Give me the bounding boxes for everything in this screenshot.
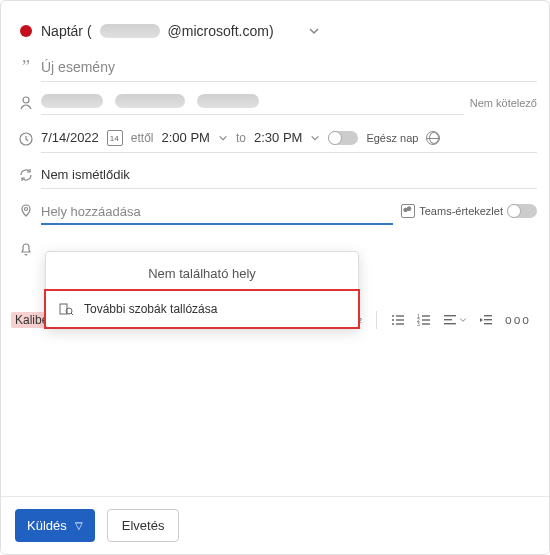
dialog-footer: Küldés ▽ Elvetés <box>1 496 549 554</box>
quote-icon: ” <box>11 57 41 78</box>
attendee-pill <box>41 94 103 108</box>
event-title-input[interactable] <box>41 53 537 82</box>
svg-point-9 <box>392 323 394 325</box>
location-row: Hely hozzáadása Teams-értekezlet <box>11 193 537 229</box>
svg-rect-22 <box>484 323 492 324</box>
location-suggestions-dropdown: Nem található hely További szobák tallóz… <box>45 251 359 328</box>
recurrence-label: Nem ismétlődik <box>41 167 130 182</box>
optional-attendees-link[interactable]: Nem kötelező <box>470 97 537 109</box>
more-formatting-button[interactable]: ooo <box>505 313 531 327</box>
location-input[interactable]: Hely hozzáadása <box>41 198 393 225</box>
chevron-down-icon <box>308 25 320 37</box>
location-placeholder: Hely hozzáadása <box>41 204 141 219</box>
repeat-icon <box>11 167 41 183</box>
attendee-input[interactable] <box>41 92 464 115</box>
svg-rect-16 <box>422 323 430 324</box>
teams-meeting-toggle[interactable] <box>507 204 537 218</box>
svg-rect-10 <box>396 323 404 324</box>
datetime-row: 7/14/2022 ettől 2:00 PM to 2:30 PM Egész… <box>11 121 537 157</box>
no-location-found-msg: Nem található hely <box>46 252 358 291</box>
calendar-prefix: Naptár ( <box>41 23 92 39</box>
svg-rect-19 <box>444 323 456 324</box>
svg-rect-6 <box>396 315 404 316</box>
align-button[interactable] <box>443 313 467 327</box>
discard-button[interactable]: Elvetés <box>107 509 180 542</box>
send-button[interactable]: Küldés ▽ <box>15 509 95 542</box>
attendee-pill <box>197 94 259 108</box>
discard-button-label: Elvetés <box>122 518 165 533</box>
svg-rect-20 <box>484 315 492 316</box>
attendees-row: Nem kötelező <box>11 85 537 121</box>
calendar-selector-row: Naptár ( @microsoft.com) <box>11 13 537 49</box>
chevron-down-icon: ▽ <box>75 520 83 531</box>
calendar-color-dot <box>20 25 32 37</box>
date-value[interactable]: 7/14/2022 <box>41 130 99 145</box>
teams-meeting-label: Teams-értekezlet <box>419 205 503 217</box>
location-icon <box>11 203 41 219</box>
clock-icon <box>11 131 41 147</box>
title-row: ” <box>11 49 537 85</box>
numbered-list-button[interactable]: 123 <box>417 313 431 327</box>
to-label: to <box>236 131 246 145</box>
end-time[interactable]: 2:30 PM <box>254 130 302 145</box>
teams-icon <box>401 204 415 218</box>
start-time[interactable]: 2:00 PM <box>162 130 210 145</box>
svg-rect-21 <box>484 319 492 320</box>
svg-point-2 <box>25 208 28 211</box>
timezone-icon[interactable] <box>426 131 440 145</box>
outdent-button[interactable] <box>479 313 493 327</box>
svg-point-5 <box>392 315 394 317</box>
browse-more-rooms-label: További szobák tallózása <box>84 302 217 316</box>
recurrence-row: Nem ismétlődik <box>11 157 537 193</box>
attendee-pill <box>115 94 185 108</box>
svg-rect-8 <box>396 319 404 320</box>
svg-point-0 <box>23 97 29 103</box>
bullet-list-button[interactable] <box>391 313 405 327</box>
calendar-icon[interactable] <box>107 130 123 146</box>
svg-rect-18 <box>444 319 452 320</box>
svg-rect-12 <box>422 315 430 316</box>
chevron-down-icon[interactable] <box>218 133 228 143</box>
building-search-icon <box>58 301 74 317</box>
calendar-email-suffix: @microsoft.com) <box>168 23 274 39</box>
svg-rect-17 <box>444 315 456 316</box>
svg-point-7 <box>392 319 394 321</box>
calendar-select[interactable]: Naptár ( @microsoft.com) <box>41 23 537 39</box>
redacted-name <box>100 24 160 38</box>
browse-more-rooms-item[interactable]: További szobák tallózása <box>44 289 360 329</box>
allday-label: Egész nap <box>366 132 418 144</box>
svg-rect-14 <box>422 319 430 320</box>
from-label: ettől <box>131 131 154 145</box>
send-button-label: Küldés <box>27 518 67 533</box>
recurrence-select[interactable]: Nem ismétlődik <box>41 161 537 189</box>
allday-toggle[interactable] <box>328 131 358 145</box>
chevron-down-icon[interactable] <box>310 133 320 143</box>
bell-icon <box>11 241 41 257</box>
svg-text:3: 3 <box>417 321 420 327</box>
person-icon <box>11 95 41 111</box>
